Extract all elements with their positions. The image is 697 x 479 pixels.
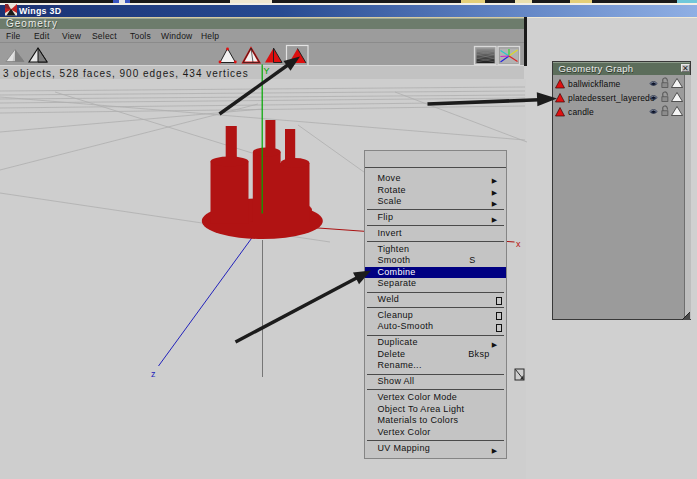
svg-text:Y: Y [264, 66, 270, 76]
svg-text:z: z [151, 369, 156, 379]
svg-text:x: x [516, 239, 521, 249]
